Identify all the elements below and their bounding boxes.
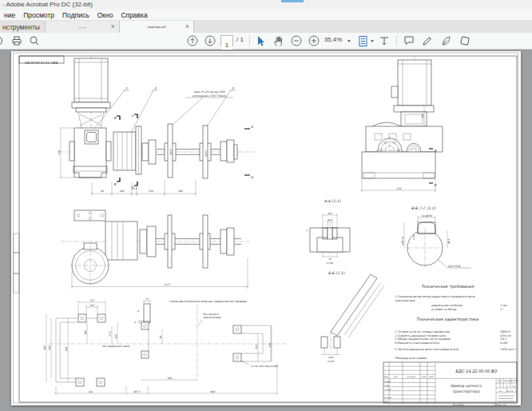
tab-doc-obshiy-vid[interactable]: общий вид o.pdf × [120, 21, 194, 33]
zoom-level-value[interactable]: 35,4% [321, 36, 345, 43]
dim-label: 142 [88, 390, 93, 393]
tab-tools[interactable]: нструменты [0, 21, 46, 33]
tb-col: Дата [429, 376, 434, 378]
tab-bar: нструменты pro o.pdf × общий вид o.pdf × [0, 21, 532, 33]
tb-row: Утв. [384, 401, 388, 403]
close-icon[interactable]: × [185, 21, 189, 33]
section-mark: Г [132, 114, 134, 118]
page-total-label: / 1 [236, 36, 244, 43]
dim-label: 178 [58, 150, 61, 155]
section-mark: В [114, 116, 117, 120]
tech-req-line: транспортера [395, 299, 415, 302]
section-mark: А [251, 125, 253, 129]
tech-char-item: 5 Частота вращения вала электродвигателя [395, 348, 459, 351]
section-mark: Б [435, 183, 437, 187]
toolbar-separator [249, 35, 250, 46]
chevron-down-icon[interactable] [347, 40, 351, 42]
tech-char-item: 3 Общее передаточное число привода [395, 337, 451, 341]
print-icon[interactable] [11, 35, 22, 46]
dim-label: 385,5 [133, 390, 141, 393]
dim-label: 49 [101, 190, 105, 193]
tech-char-title: Техническая характеристика [416, 317, 479, 322]
close-icon[interactable]: × [111, 21, 115, 33]
dim-label: 32 [328, 257, 332, 261]
dim-label: 4 отв. [326, 261, 333, 265]
tech-char-value: 0,54 м/с [500, 334, 512, 337]
tb-col: Изм. [384, 376, 388, 378]
menu-item-help[interactable]: Справка [117, 11, 151, 19]
dim-label: 125 [114, 333, 117, 339]
hand-tool-icon[interactable] [273, 35, 284, 47]
dim-label: 300 [178, 190, 184, 193]
toolbar: / 1 35,4% [0, 33, 532, 50]
section-aa: А-А (1:1) ø32 ø17 32 4 отв. 7 [306, 199, 350, 265]
axis-label: транспортера [203, 316, 220, 319]
window-accent-strip [281, 0, 304, 2]
dim-label: 478 [396, 187, 402, 190]
balloon-label: 1 [125, 86, 128, 90]
document-canvas[interactable]: БДС-14.22.00.00 ВО 1 2 3 Цепь Р=125 мм [0, 50, 532, 411]
dim-label: 14 Д9/h9 [421, 214, 433, 217]
scrolling-mode-icon[interactable] [379, 35, 390, 47]
pencil-icon[interactable] [422, 35, 434, 46]
section-vg: В-В, Г-Г (1:1) 14 Д9/h9 ø45 к6 9 Н9 48,5… [401, 206, 471, 268]
dim-label: ø523 [204, 150, 208, 157]
menu-item-window[interactable]: Окно [93, 11, 117, 19]
zoom-in-icon[interactable] [308, 35, 320, 46]
tab-doc-pro-label: pro o.pdf [79, 26, 86, 28]
dim-label: 177 [89, 299, 95, 302]
balloon-label: 3 [232, 86, 234, 90]
menu-item-sign[interactable]: Подпись [58, 11, 93, 19]
dim-label: 300 [167, 377, 173, 380]
corner-stamp-label: БДС-14.22.00.00 ВО [24, 61, 58, 65]
sign-quill-icon[interactable] [440, 35, 452, 46]
tb-col: Подп. [421, 376, 427, 378]
tb-col: Лит. [498, 380, 502, 382]
dim-label: 4 [134, 321, 136, 324]
comment-icon[interactable] [403, 35, 415, 46]
tb-value: 1 [514, 390, 516, 393]
select-tool-icon[interactable] [256, 35, 267, 47]
dim-label: 465 [43, 345, 46, 350]
chain-note-line: исполнение 2 ГОСТ 588-81 [193, 94, 226, 98]
section-mark: В [114, 182, 117, 186]
dim-label: 4 отв. [327, 360, 334, 363]
zoom-out-icon[interactable] [291, 35, 302, 46]
window-title: - Adobe Acrobat Pro DC (32-bit) [2, 1, 93, 8]
menu-item-file[interactable]: ние [0, 11, 19, 19]
tb-row: Пров. [384, 385, 390, 387]
chevron-down-icon[interactable] [371, 40, 374, 42]
tab-tools-label: нструменты [2, 23, 40, 31]
dim-label: 7 [306, 229, 308, 233]
search-icon[interactable] [29, 35, 40, 46]
next-page-icon[interactable] [204, 35, 216, 46]
page-number-input[interactable] [221, 41, 232, 50]
pdf-page[interactable]: БДС-14.22.00.00 ВО 1 2 3 Цепь Р=125 мм [11, 51, 521, 405]
dim-label: ø32 [328, 212, 333, 215]
tb-col: Листов [506, 390, 514, 393]
section-label: А-А (1:1) [324, 199, 341, 203]
tb-col: Масштаб [510, 380, 518, 382]
page-number-input-box [220, 35, 233, 46]
mounting-scheme: Схема расположения опорных поверхностей … [43, 297, 287, 395]
stamp-icon[interactable] [459, 35, 471, 46]
dim-label: 162 [255, 344, 258, 349]
dim-label: 1147 [164, 283, 171, 286]
previous-page-icon[interactable] [187, 35, 198, 46]
section-label: Б-Б (1:1) [328, 271, 345, 275]
section-label: В-В, Г-Г (1:1) [411, 206, 436, 210]
page-display-icon[interactable] [358, 35, 369, 47]
tech-char-item: 1 Тяговая сила на тяговых звездочках [395, 330, 451, 333]
scheme-title: Схема расположения опорных поверхностей … [169, 300, 247, 303]
drawing-canvas: БДС-14.22.00.00 ВО 1 2 3 Цепь Р=125 мм [11, 51, 521, 405]
axis-label: Ось цепного [203, 313, 219, 316]
holes-note: 4 отв. ø18 под штифт [251, 365, 280, 368]
tb-row: Н.контр. [384, 397, 392, 399]
tab-doc-pro[interactable]: pro o.pdf × [46, 21, 120, 33]
tech-req-line: угловое не более [431, 308, 457, 311]
technical-text: Технические требования 1 Смещение валов … [395, 284, 516, 360]
share-icon[interactable] [0, 35, 7, 46]
menu-item-view[interactable]: Просмотр [19, 11, 58, 19]
tech-char-value: 24,3 [500, 337, 506, 341]
tb-name: Привод цепного [450, 384, 482, 388]
